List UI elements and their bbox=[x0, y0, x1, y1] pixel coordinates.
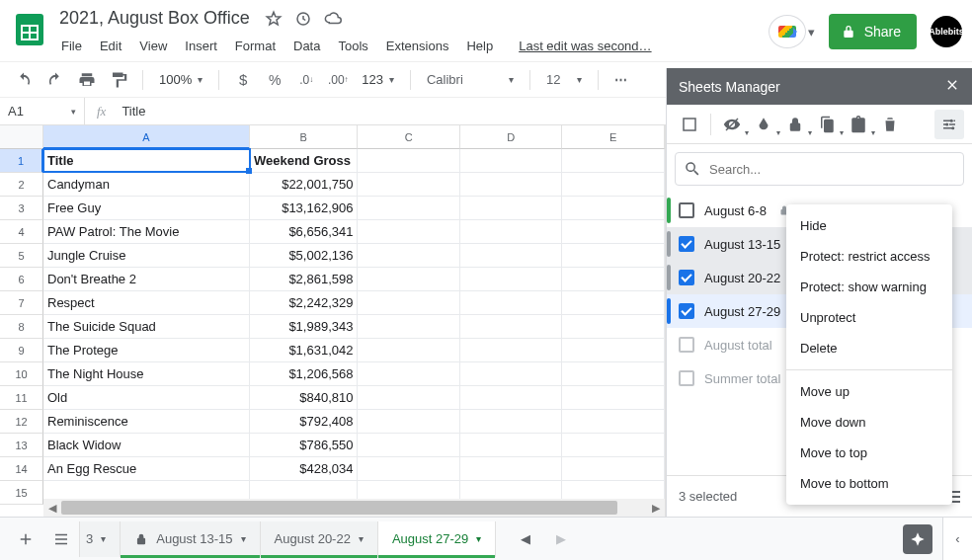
redo-button[interactable] bbox=[41, 66, 69, 94]
cell[interactable] bbox=[460, 386, 563, 410]
cell[interactable] bbox=[562, 268, 665, 291]
cell[interactable]: $428,034 bbox=[250, 457, 358, 481]
checkbox[interactable] bbox=[679, 337, 694, 353]
share-button[interactable]: Share bbox=[829, 14, 917, 49]
more-toolbar-button[interactable]: ⋯ bbox=[608, 66, 636, 94]
cell[interactable] bbox=[358, 410, 460, 434]
search-input[interactable] bbox=[709, 162, 955, 177]
increase-decimal-button[interactable]: .00↑ bbox=[324, 66, 352, 94]
context-menu-item[interactable]: Move to bottom bbox=[786, 468, 952, 499]
cell[interactable]: Free Guy bbox=[43, 197, 250, 220]
spreadsheet-grid[interactable]: ABCDE 123456789101112131415 TitleWeekend… bbox=[0, 125, 666, 517]
tab-scroll-left[interactable]: ◀ bbox=[508, 521, 543, 557]
account-avatar[interactable]: Ablebits bbox=[931, 16, 962, 47]
cloud-status-icon[interactable] bbox=[324, 10, 342, 31]
explore-button[interactable] bbox=[903, 524, 932, 554]
row-header[interactable]: 7 bbox=[0, 291, 43, 315]
cell[interactable] bbox=[358, 149, 460, 173]
context-menu-item[interactable]: Hide bbox=[786, 210, 952, 241]
cell[interactable] bbox=[562, 244, 665, 268]
cell[interactable] bbox=[460, 220, 563, 244]
row-header[interactable]: 15 bbox=[0, 481, 43, 505]
row-header[interactable]: 6 bbox=[0, 268, 43, 291]
cell[interactable] bbox=[358, 339, 460, 362]
context-menu-item[interactable]: Delete bbox=[786, 333, 952, 363]
row-header[interactable]: 2 bbox=[0, 173, 43, 197]
cell[interactable] bbox=[562, 362, 665, 386]
cell[interactable] bbox=[358, 220, 460, 244]
name-box[interactable]: A1▾ bbox=[0, 98, 85, 124]
cell[interactable] bbox=[562, 386, 665, 410]
cell[interactable] bbox=[562, 291, 665, 315]
cell[interactable]: The Night House bbox=[43, 362, 250, 386]
formula-input[interactable]: Title bbox=[118, 104, 145, 119]
cell[interactable] bbox=[460, 291, 563, 315]
cell[interactable] bbox=[358, 386, 460, 410]
cell[interactable] bbox=[460, 315, 563, 339]
row-header[interactable]: 13 bbox=[0, 434, 43, 457]
cell[interactable]: $2,242,329 bbox=[250, 291, 358, 315]
cell[interactable] bbox=[562, 410, 665, 434]
context-menu-item[interactable]: Protect: show warning bbox=[786, 272, 952, 302]
collapse-side-button[interactable]: ‹ bbox=[942, 517, 972, 560]
doc-title[interactable]: 2021, August Box Office bbox=[53, 6, 256, 31]
cell[interactable]: The Protege bbox=[43, 339, 250, 362]
cell[interactable]: $840,810 bbox=[250, 386, 358, 410]
cell[interactable] bbox=[358, 291, 460, 315]
column-header[interactable]: C bbox=[358, 125, 460, 149]
meet-button[interactable]: ▾ bbox=[769, 15, 815, 48]
cell[interactable]: $786,550 bbox=[250, 434, 358, 457]
sheet-tab-cutoff[interactable]: 3▾ bbox=[79, 521, 121, 557]
cell[interactable] bbox=[460, 149, 563, 173]
sheet-tab[interactable]: August 27-29▾ bbox=[378, 521, 496, 557]
settings-button[interactable] bbox=[934, 110, 964, 139]
print-button[interactable] bbox=[73, 66, 101, 94]
search-field[interactable] bbox=[675, 152, 964, 186]
cell[interactable] bbox=[460, 434, 563, 457]
row-header[interactable]: 10 bbox=[0, 362, 43, 386]
column-header[interactable]: E bbox=[562, 125, 665, 149]
cell[interactable]: Don't Breathe 2 bbox=[43, 268, 250, 291]
cell[interactable] bbox=[358, 173, 460, 197]
cell[interactable]: $1,206,568 bbox=[250, 362, 358, 386]
cell[interactable]: Old bbox=[43, 386, 250, 410]
row-header[interactable]: 1 bbox=[0, 149, 43, 173]
currency-button[interactable]: $ bbox=[229, 66, 257, 94]
sheet-tab[interactable]: August 20-22▾ bbox=[261, 521, 378, 557]
cell[interactable]: PAW Patrol: The Movie bbox=[43, 220, 250, 244]
cell[interactable]: $5,002,136 bbox=[250, 244, 358, 268]
add-sheet-button[interactable] bbox=[8, 521, 43, 557]
cell[interactable] bbox=[358, 244, 460, 268]
cell[interactable] bbox=[460, 173, 563, 197]
cell[interactable] bbox=[562, 457, 665, 481]
menu-format[interactable]: Format bbox=[227, 35, 284, 57]
cell[interactable] bbox=[460, 339, 563, 362]
context-menu-item[interactable]: Move down bbox=[786, 407, 952, 438]
font-size-select[interactable]: 12▾ bbox=[540, 68, 588, 92]
checkbox[interactable] bbox=[679, 236, 694, 252]
font-select[interactable]: Calibri▾ bbox=[421, 68, 520, 92]
scroll-right-icon[interactable]: ▶ bbox=[647, 499, 665, 517]
cell[interactable]: $22,001,750 bbox=[250, 173, 358, 197]
cell[interactable] bbox=[562, 315, 665, 339]
cell[interactable] bbox=[460, 410, 563, 434]
context-menu-item[interactable]: Unprotect bbox=[786, 302, 952, 333]
checkbox[interactable] bbox=[679, 370, 694, 386]
menu-tools[interactable]: Tools bbox=[330, 35, 375, 57]
menu-extensions[interactable]: Extensions bbox=[378, 35, 457, 57]
menu-file[interactable]: File bbox=[53, 35, 90, 57]
cell[interactable] bbox=[358, 268, 460, 291]
sheets-logo-icon[interactable] bbox=[10, 10, 49, 49]
cell[interactable]: Reminiscence bbox=[43, 410, 250, 434]
sheet-tab[interactable]: August 13-15▾ bbox=[121, 521, 260, 557]
cell[interactable]: $792,408 bbox=[250, 410, 358, 434]
row-header[interactable]: 9 bbox=[0, 339, 43, 362]
cell[interactable]: $1,989,343 bbox=[250, 315, 358, 339]
row-header[interactable]: 11 bbox=[0, 386, 43, 410]
paste-button[interactable]: ▾ bbox=[844, 110, 873, 139]
visibility-button[interactable]: ▾ bbox=[717, 110, 747, 139]
cell[interactable] bbox=[562, 173, 665, 197]
cell[interactable]: $6,656,341 bbox=[250, 220, 358, 244]
row-header[interactable]: 5 bbox=[0, 244, 43, 268]
cell[interactable] bbox=[562, 149, 665, 173]
